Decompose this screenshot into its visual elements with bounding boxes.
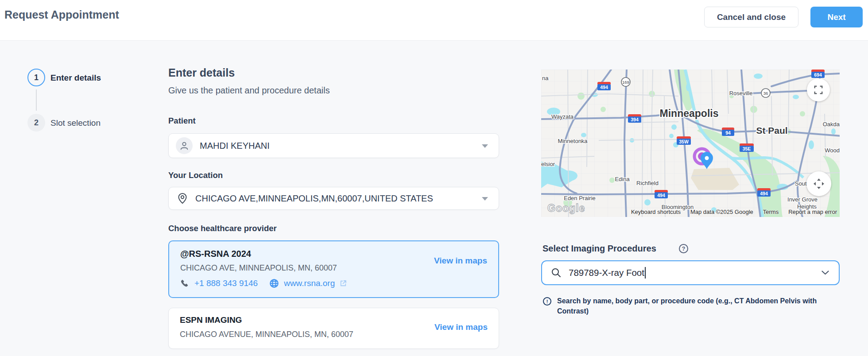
svg-text:94: 94 [725,130,731,135]
page-title: Request Appointment [4,8,119,21]
fullscreen-button[interactable] [807,78,830,101]
map-label-richfield: Richfield [636,180,659,186]
svg-text:494: 494 [657,193,665,198]
pan-control-button[interactable] [806,171,831,196]
section-subheading: Give us the patient and procedure detail… [168,85,330,96]
search-input-value: 789789-X-ray Foot [569,267,644,278]
provider-phone-link[interactable]: +1 888 343 9146 [194,279,258,288]
map-label-woodbury: Wood [825,147,840,154]
cancel-and-close-button[interactable]: Cancel and close [704,7,798,27]
section-heading: Enter details [168,66,235,79]
google-map[interactable]: 494 694 394 94 35W 35E 494 494 169 [541,70,840,217]
svg-text:169: 169 [622,80,629,85]
location-select[interactable]: CHICAGO AVE,MINNEAPOLIS,MN,60007,UNITED … [168,187,499,210]
provider-card-rs-rsna[interactable]: @RS-RSNA 2024 View in maps CHICAGO AVE, … [168,240,499,298]
provider-label: Choose healthcare provider [168,224,277,233]
imaging-procedures-label: Select Imaging Procedures [542,244,656,254]
procedure-search-input[interactable]: 789789-X-ray Foot [541,260,840,285]
location-label: Your Location [168,170,223,180]
person-icon [179,141,189,151]
svg-text:35W: 35W [679,139,689,144]
globe-icon [269,279,279,288]
report-map-error-link[interactable]: Report a map error [788,209,837,215]
highway-badge-i94: 94 [722,128,734,136]
header-bar: Request Appointment Cancel and close Nex… [0,0,868,41]
provider-address: CHICAGO AVE, MINNEAPOLIS, MN, 60007 [180,263,337,273]
highway-badge-i494-nw: 494 [597,82,611,90]
chevron-down-icon [822,271,829,275]
patient-value: MAHDI KEYHANI [200,141,270,151]
search-icon [551,267,562,278]
next-button[interactable]: Next [810,7,863,27]
patient-avatar [176,137,193,154]
external-link-icon [339,279,347,287]
step-2-circle[interactable]: 2 [27,114,45,132]
view-in-maps-link[interactable]: View in maps [434,322,488,332]
map-label-eden-prairie: Eden Prairie [564,195,596,201]
svg-text:36: 36 [763,91,768,96]
patient-label: Patient [168,116,196,126]
info-icon: ! [543,297,551,306]
phone-icon [180,279,190,288]
view-in-maps-link[interactable]: View in maps [434,256,487,266]
svg-text:394: 394 [631,117,639,122]
location-pin-icon [177,193,188,204]
location-value: CHICAGO AVE,MINNEAPOLIS,MN,60007,UNITED … [195,193,433,204]
map-label-wayzata: Wayzata [551,113,574,120]
hint-line-1: Search by name, body part, or procedure … [557,296,817,306]
pan-arrows-icon [812,177,825,190]
terms-link[interactable]: Terms [763,209,779,215]
map-label-roseville: Roseville [729,90,753,97]
svg-text:494: 494 [760,191,768,196]
step-1-number: 1 [34,73,39,82]
text-cursor [645,267,646,279]
provider-name: ESPN IMAGING [180,315,242,325]
patient-select[interactable]: MAHDI KEYHANI [168,133,499,158]
help-icon[interactable]: ? [679,244,688,253]
map-label-excelsior: elsior [541,161,555,167]
map-label-st-paul: St Paul [756,125,787,135]
stepper-connector [36,89,37,111]
map-label-fragment: na [542,75,549,81]
map-canvas: 494 694 394 94 35W 35E 494 494 169 [541,70,840,217]
chevron-down-icon [482,197,488,201]
map-attribution: Keyboard shortcuts Map data ©2025 Google… [631,209,837,215]
highway-badge-i394: 394 [628,114,641,123]
map-label-minneapolis: Minneapolis [660,108,719,119]
map-label-edina: Edina [615,176,630,182]
hint-line-2: Contrast) [557,306,817,316]
svg-text:694: 694 [814,72,822,77]
highway-badge-mn36: 36 [761,89,770,97]
keyboard-shortcuts-link[interactable]: Keyboard shortcuts [631,209,681,215]
highway-badge-us169: 169 [621,77,630,86]
step-2-label: Slot selection [50,118,101,128]
chevron-down-icon [482,144,488,148]
step-2-number: 2 [34,118,39,128]
svg-text:35E: 35E [743,146,751,151]
highway-badge-i494-se: 494 [757,188,771,197]
fullscreen-icon [814,85,823,95]
highway-badge-i694: 694 [811,70,825,78]
provider-name: @RS-RSNA 2024 [180,249,251,259]
provider-card-espn-imaging[interactable]: ESPN IMAGING View in maps CHICAGO AVENUE… [168,308,499,349]
map-data-text: Map data ©2025 Google [690,209,753,215]
map-label-minnetonka: Minnetonka [558,138,588,144]
step-1-circle[interactable]: 1 [27,69,45,86]
search-hint: ! Search by name, body part, or procedur… [543,296,839,316]
highway-badge-i494-sw: 494 [655,190,668,198]
google-logo[interactable]: Google [547,202,585,214]
provider-address: CHICAGO AVENUE, MINNEAPOLIS, MN, 60007 [180,330,353,339]
provider-website-link[interactable]: www.rsna.org [284,279,335,288]
map-label-inver-grove: Inver Grove [787,196,818,203]
svg-text:494: 494 [600,85,608,90]
highway-badge-i35w: 35W [677,136,691,145]
step-1-label: Enter details [50,73,101,83]
highway-badge-i35e: 35E [740,143,754,152]
map-label-oakdale: Oakda [823,121,840,128]
